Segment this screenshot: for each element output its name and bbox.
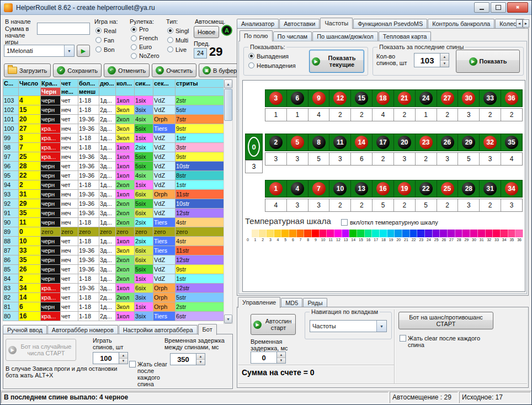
- roulette-number-cell[interactable]: 23: [415, 134, 437, 151]
- frequency-tab-2[interactable]: По шансам/дюж/кол: [312, 31, 378, 41]
- roulette-number-cell[interactable]: 21: [393, 90, 415, 106]
- roulette-number-cell[interactable]: 13: [350, 180, 372, 197]
- chevron-down-icon[interactable]: ▼: [376, 321, 386, 332]
- column-header[interactable]: [99, 88, 116, 96]
- analyzer-tab-4[interactable]: Контроль банкролла: [428, 19, 494, 28]
- roulette-number-cell[interactable]: 12: [329, 90, 350, 106]
- roulette-option-pro[interactable]: Pro: [131, 25, 159, 34]
- column-header[interactable]: кол...: [116, 79, 135, 88]
- load-button[interactable]: Загрузить: [4, 63, 51, 77]
- table-row[interactable]: 9628чернчет19-363д...1кол5sixVdZ10str: [3, 162, 224, 171]
- roulette-number-cell[interactable]: 30: [457, 90, 479, 106]
- roulette-number-cell[interactable]: 31: [479, 180, 501, 197]
- table-row[interactable]: 8810чернчет1-181д...1кол2sixTiers4str: [3, 237, 224, 246]
- close-button[interactable]: ✖: [507, 2, 528, 13]
- roulette-number-cell[interactable]: 18: [372, 90, 393, 106]
- new-button[interactable]: Новое: [194, 26, 219, 38]
- roulette-number-cell[interactable]: 11: [329, 134, 350, 151]
- show-button[interactable]: ▶ Показать: [456, 50, 520, 73]
- column-header[interactable]: [175, 88, 224, 96]
- column-header[interactable]: стриты: [175, 79, 224, 88]
- roulette-number-cell[interactable]: 1: [265, 180, 286, 197]
- table-row[interactable]: 9229черннеч19-363д...2кол5sixVdZ10str: [3, 199, 224, 209]
- spins-count-value[interactable]: 100: [93, 352, 119, 364]
- column-header[interactable]: Число: [19, 79, 41, 88]
- table-row[interactable]: 987кра...неч1-181д...1кол2sixVdZ3str: [3, 143, 224, 152]
- roulette-number-cell[interactable]: 6: [286, 90, 308, 106]
- roulette-number-cell[interactable]: 4: [286, 180, 308, 197]
- roulette-number-cell[interactable]: 17: [372, 134, 393, 151]
- control-delay-value[interactable]: 0: [251, 351, 276, 364]
- roulette-number-cell[interactable]: 27: [437, 90, 458, 106]
- input-mode-tab-0[interactable]: Ручной ввод: [3, 325, 47, 334]
- random-bot-button[interactable]: ▶ Бот на случайные числа СТАРТ: [6, 339, 76, 361]
- temperature-checkbox-row[interactable]: вкл/откл температурную шкалу: [341, 219, 438, 226]
- maximize-button[interactable]: [491, 2, 506, 13]
- table-row[interactable]: 1034чернчет1-181д...1кол1sixVdZ2str: [3, 96, 224, 105]
- roulette-number-cell[interactable]: 32: [479, 134, 501, 151]
- column-header[interactable]: С...: [3, 79, 19, 88]
- table-row[interactable]: 8733черннеч19-363д...3кол6sixTiers11str: [3, 246, 224, 255]
- column-header[interactable]: дю...: [99, 79, 116, 88]
- roulette-number-cell[interactable]: 14: [350, 134, 372, 151]
- chevron-down-icon[interactable]: ▼: [64, 45, 74, 56]
- undo-button[interactable]: ↶Отменить: [104, 63, 150, 77]
- column-header[interactable]: [19, 88, 41, 96]
- show-mode-option-выпадения[interactable]: Выпадения: [248, 51, 296, 61]
- table-scrollbar[interactable]: ▲ ▼: [224, 79, 233, 324]
- minimize-button[interactable]: [474, 2, 490, 13]
- game-on-option-fan[interactable]: Fan: [95, 35, 116, 45]
- roulette-number-cell[interactable]: 20: [393, 134, 415, 151]
- spin-up-icon[interactable]: ▲: [277, 352, 285, 358]
- input-mode-tab-3[interactable]: Бот: [198, 324, 217, 335]
- roulette-number-cell[interactable]: 5: [286, 134, 308, 151]
- roulette-number-cell[interactable]: 22: [415, 180, 437, 197]
- checkbox-icon[interactable]: [129, 361, 136, 367]
- roulette-number-cell[interactable]: 36: [501, 90, 522, 106]
- frequency-tab-1[interactable]: По числам: [273, 31, 312, 41]
- roulette-option-nozero[interactable]: NoZero: [131, 51, 159, 60]
- roulette-number-cell[interactable]: 10: [329, 180, 350, 197]
- control-clear-checkbox-row[interactable]: Жать clear после каждого спина: [400, 335, 491, 348]
- show-mode-option-невыпадения[interactable]: Невыпадения: [248, 61, 296, 70]
- preset-combobox[interactable]: 1Melonati ▼: [4, 45, 75, 57]
- control-tab-2[interactable]: Ряды: [303, 298, 327, 307]
- bot-delay-value[interactable]: 350: [170, 353, 196, 365]
- bot-clear-checkbox-row[interactable]: Жать clear после каждого спина: [129, 361, 168, 387]
- history-table-container[interactable]: С...ЧислоКра...четбол...дю...кол...сик..…: [3, 79, 224, 324]
- tab-scroll-right-button[interactable]: ►: [523, 19, 529, 28]
- spin-down-icon[interactable]: ▼: [119, 359, 127, 364]
- roulette-number-cell[interactable]: 33: [479, 90, 501, 106]
- table-row[interactable]: 9725кра...неч19-363д...1кол5sixVdZ9str: [3, 152, 224, 162]
- game-on-option-real[interactable]: Real: [95, 26, 116, 35]
- column-header[interactable]: [153, 88, 175, 96]
- roulette-number-cell[interactable]: 9: [308, 90, 329, 106]
- last-spins-value[interactable]: 103: [414, 53, 440, 67]
- roulette-number-cell[interactable]: 28: [457, 180, 479, 197]
- chance-bot-button[interactable]: Бот на шанс/противошанс СТАРТ: [398, 312, 493, 329]
- scroll-down-button[interactable]: ▼: [224, 315, 232, 323]
- table-row[interactable]: 9011черннеч1-181д...2кол2sixTiers4str: [3, 218, 224, 227]
- analyzer-tab-2[interactable]: Частоты: [320, 18, 353, 29]
- spins-count-spinner[interactable]: 100 ▲▼: [93, 352, 128, 364]
- column-header[interactable]: [3, 88, 19, 96]
- roulette-number-cell[interactable]: 19: [393, 180, 415, 197]
- last-spins-spinner[interactable]: 103 ▲▼: [414, 53, 449, 67]
- roulette-option-french[interactable]: French: [131, 34, 159, 42]
- scroll-up-button[interactable]: ▲: [224, 79, 232, 88]
- column-header[interactable]: не...: [61, 88, 78, 96]
- table-row[interactable]: 10027кра...неч19-363д...3кол5sixTiers9st…: [3, 124, 224, 134]
- show-current-button[interactable]: ▶ Показать текущие: [309, 50, 364, 73]
- spin-up-icon[interactable]: ▲: [440, 54, 449, 61]
- type-option-multi[interactable]: Multi: [167, 35, 189, 45]
- buffer-button[interactable]: ▣В буфер: [199, 63, 241, 77]
- control-tab-1[interactable]: MD5: [281, 298, 302, 307]
- play-button[interactable]: ▶: [77, 45, 90, 57]
- table-row[interactable]: 8635черннеч19-363д...2кол6sixVdZ12str: [3, 255, 224, 265]
- table-row[interactable]: 10120чернчет19-362д...2кол4sixOrph7str: [3, 115, 224, 124]
- table-row[interactable]: 993кра...неч1-181д...3кол1sixVdZ1str: [3, 134, 224, 143]
- table-row[interactable]: 10215черннеч1-182д...3кол3sixVdZ5str: [3, 105, 224, 115]
- column-header[interactable]: чет: [61, 79, 78, 88]
- roulette-number-cell[interactable]: 25: [437, 180, 458, 197]
- column-header[interactable]: сик...: [135, 79, 153, 88]
